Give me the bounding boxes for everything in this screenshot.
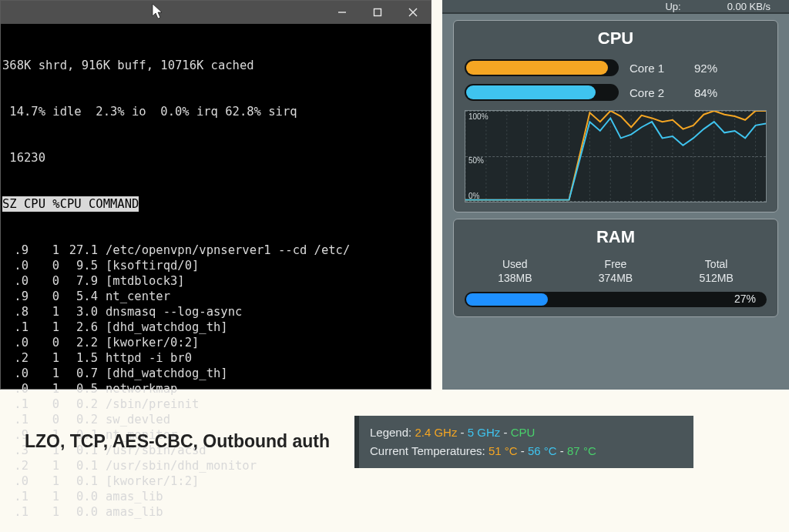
ram-total-label: Total [699, 258, 733, 270]
net-rate-strip: Up: 0.00 KB/s [442, 0, 789, 14]
core-row: Core 284% [465, 84, 767, 101]
core-pct: 84% [694, 86, 733, 99]
process-row: .211.5httpd -i br0 [2, 350, 431, 366]
temp-value: 56 °C [528, 444, 557, 457]
ram-used-label: Used [498, 258, 532, 270]
cpu-panel: CPU Core 192%Core 284% 100% 50% 0% [453, 20, 778, 212]
core-label: Core 2 [630, 86, 683, 99]
minimize-button[interactable] [324, 1, 360, 24]
process-row: .010.1[kworker/1:2] [2, 473, 431, 489]
svg-rect-1 [374, 9, 381, 16]
core-bar [465, 84, 619, 101]
temp-value: 51 °C [489, 444, 518, 457]
ram-pct: 27% [734, 293, 756, 305]
terminal-window[interactable]: 368K shrd, 916K buff, 10716K cached 14.7… [0, 0, 431, 390]
core-pct: 92% [694, 62, 733, 75]
cpu-chart: 100% 50% 0% [465, 110, 767, 202]
core-row: Core 192% [465, 59, 767, 76]
close-button[interactable] [395, 1, 431, 24]
pid-line: 16230 [2, 150, 431, 166]
cursor-icon [151, 2, 165, 24]
process-row: .010.5networkmap [2, 381, 431, 396]
process-row: .100.2/sbin/preinit [2, 396, 431, 412]
ram-free-label: Free [599, 258, 633, 270]
cpu-title: CPU [465, 28, 767, 49]
legend-item: 5 GHz [468, 426, 501, 439]
maximize-button[interactable] [360, 1, 395, 24]
process-row: .009.5[ksoftirqd/0] [2, 258, 431, 273]
ram-panel: RAM Used138MB Free374MB Total512MB 27% [453, 219, 778, 317]
legend-label: Legend: [370, 426, 411, 439]
process-row: .813.0dnsmasq --log-async [2, 304, 431, 320]
process-row: .9127.1/etc/openvpn/vpnserver1 --cd /etc… [2, 243, 431, 258]
legend-box: Legend: 2.4 GHz - 5 GHz - CPU Current Te… [354, 416, 693, 468]
process-row: .905.4nt_center [2, 289, 431, 304]
up-label: Up: [665, 1, 680, 12]
temp-value: 87 °C [567, 444, 596, 457]
legend-item: 2.4 GHz [415, 426, 457, 439]
window-titlebar[interactable] [1, 1, 431, 24]
ram-title: RAM [465, 227, 767, 247]
temps-label: Current Temperatures: [370, 444, 485, 457]
cpu-line: 14.7% idle 2.3% io 0.0% irq 62.8% sirq [2, 104, 431, 119]
ram-total: 512MB [699, 272, 733, 284]
dashboard: Up: 0.00 KB/s CPU Core 192%Core 284% 100… [442, 0, 789, 390]
legend-item: CPU [511, 426, 536, 439]
process-row: .002.2[kworker/0:2] [2, 335, 431, 350]
table-header: SZ CPU %CPU COMMAND [2, 196, 139, 212]
process-row: .110.0amas_lib [2, 489, 431, 504]
ram-bar: 27% [465, 292, 767, 307]
mem-line: 368K shrd, 916K buff, 10716K cached [2, 58, 431, 73]
core-label: Core 1 [630, 62, 683, 75]
up-rate: 0.00 KB/s [727, 1, 771, 12]
process-row: .112.6[dhd_watchdog_th] [2, 320, 431, 335]
core-bar [465, 59, 619, 76]
process-row: .007.9[mtdblock3] [2, 273, 431, 289]
process-row: .110.0amas_lib [2, 504, 431, 520]
ram-used: 138MB [498, 272, 532, 284]
process-row: .010.7[dhd_watchdog_th] [2, 366, 431, 381]
ram-free: 374MB [599, 272, 633, 284]
caption-text: LZO, TCP, AES-CBC, Outbound auth [25, 431, 330, 452]
